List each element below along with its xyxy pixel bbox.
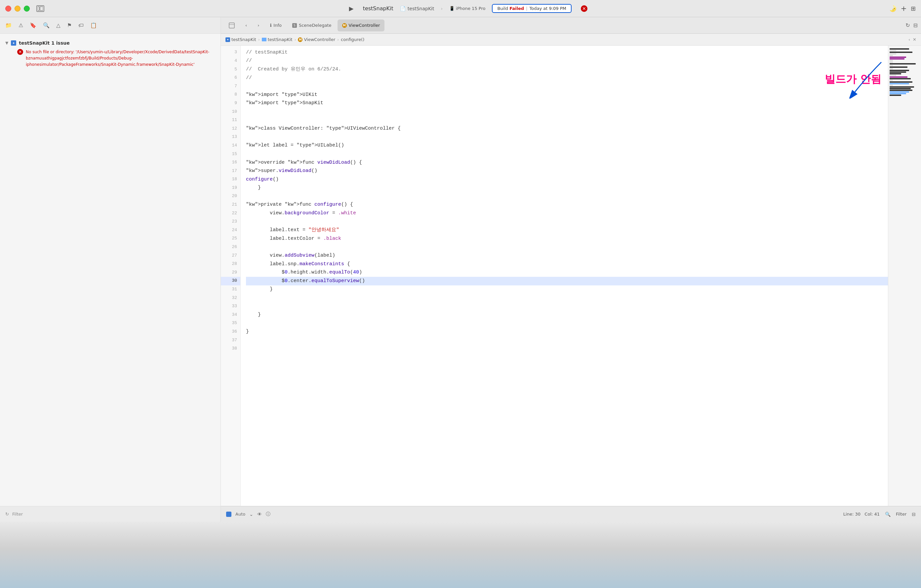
bc-nav-next[interactable]: ✕ <box>913 37 916 42</box>
maximize-button[interactable] <box>24 6 30 11</box>
code-line-17: "kw">super.viewDidLoad() <box>246 167 888 175</box>
project-icon: ✦ <box>11 40 16 46</box>
refresh-icon[interactable]: ↻ <box>905 22 910 28</box>
code-line-15 <box>246 150 888 158</box>
sidebar-filter-icon: ↻ <box>5 511 9 516</box>
code-line-36: } <box>246 328 888 336</box>
code-line-22: view.backgroundColor = .white <box>246 209 888 218</box>
filter-icon[interactable]: 🔍 <box>885 511 890 517</box>
line-number-37: 37 <box>221 336 240 345</box>
bc-folder[interactable]: testSnapKit <box>262 37 293 42</box>
statusbar: Auto ⌄ 👁 ⓘ Line: 30 Col: 41 🔍 Filter ⊟ <box>221 506 921 522</box>
line-number-28: 28 <box>221 260 240 269</box>
appearance-icon[interactable]: 🌛 <box>889 5 897 12</box>
issue-item[interactable]: ✕ No such file or directory: '/Users/yum… <box>14 47 215 70</box>
status-dot <box>226 511 231 517</box>
expand-arrow[interactable]: ▼ <box>5 41 8 45</box>
tab-info[interactable]: ℹ Info <box>265 20 286 31</box>
alert-triangle-icon[interactable]: △ <box>56 22 60 28</box>
line-number-36: 36 <box>221 328 240 336</box>
tab-view-controller[interactable]: M ViewController <box>337 20 385 31</box>
error-badge: ✕ <box>17 49 23 55</box>
line-number-22: 22 <box>221 209 240 218</box>
line-number-17: 17 <box>221 167 240 175</box>
warning-icon[interactable]: ⚠ <box>18 22 23 28</box>
line-number-11: 11 <box>221 116 240 125</box>
layout-icon[interactable]: ⊟ <box>913 22 918 28</box>
code-line-14: "kw">let label = "type">UILabel() <box>246 142 888 150</box>
tab-bar-project: 📄 testSnapKit <box>400 6 434 11</box>
sidebar-filter-label: Filter <box>12 511 23 516</box>
bc-nav-prev[interactable]: ‹ <box>908 37 910 42</box>
bottom-area <box>0 522 921 588</box>
issue-text: No such file or directory: '/Users/yumin… <box>26 49 215 68</box>
code-content[interactable]: // testSnapKit//// Created by 유민우 on 6/2… <box>241 46 888 506</box>
add-tab-button[interactable]: + <box>900 4 906 13</box>
bc-file-label: ViewController <box>304 37 335 42</box>
line-number-16: 16 <box>221 158 240 167</box>
status-chevron[interactable]: ⌄ <box>249 511 253 517</box>
tab-back[interactable]: ‹ <box>241 20 252 31</box>
tab-scene-delegate[interactable]: S SceneDelegate <box>288 20 336 31</box>
line-number-20: 20 <box>221 192 240 201</box>
code-line-19: } <box>246 184 888 192</box>
code-line-34: } <box>246 311 888 319</box>
code-line-7 <box>246 82 888 91</box>
issue-group: ▼ ✦ testSnapKit 1 issue ✕ No such file o… <box>0 37 221 72</box>
code-line-18: configure() <box>246 175 888 184</box>
split-view-icon[interactable]: ⊞ <box>911 5 916 12</box>
info-tab-label: Info <box>273 23 282 28</box>
line-number-25: 25 <box>221 235 240 243</box>
vc-tab-label: ViewController <box>349 23 380 28</box>
line-number-13: 13 <box>221 133 240 142</box>
code-line-30: $0.center.equalToSuperview() <box>246 277 888 285</box>
line-col-status: Line: 30 Col: 41 <box>843 511 880 516</box>
layout-toggle-icon[interactable]: ⊟ <box>912 511 916 517</box>
svg-rect-1 <box>40 7 43 11</box>
sidebar: 📁 ⚠ 🔖 🔍 △ ⚑ 🏷 📋 ▼ ✦ testSnapKit 1 issue <box>0 17 221 522</box>
search-icon[interactable]: 🔍 <box>43 22 50 28</box>
code-line-26 <box>246 243 888 252</box>
traffic-lights <box>5 6 30 11</box>
line-number-21: 21 <box>221 201 240 209</box>
line-number-24: 24 <box>221 226 240 235</box>
code-line-32 <box>246 294 888 302</box>
minimap <box>888 46 921 506</box>
code-line-6: // <box>246 74 888 82</box>
bc-method-label: configure() <box>341 37 364 42</box>
build-time: Today at 9:09 PM <box>530 6 566 11</box>
sidebar-toggle[interactable] <box>36 5 44 12</box>
tab-forward[interactable]: › <box>253 20 264 31</box>
line-number-6: 6 <box>221 74 240 82</box>
minimize-button[interactable] <box>15 6 21 11</box>
bc-file[interactable]: M ViewController <box>298 37 335 42</box>
code-line-12: "kw">class ViewController: "type">UIView… <box>246 124 888 133</box>
tab-navigator[interactable] <box>224 20 239 31</box>
device-name: iPhone 15 Pro <box>456 6 485 11</box>
line-number-30: 30 <box>221 277 240 285</box>
tag-icon[interactable]: 🏷 <box>78 22 84 28</box>
code-line-9: "kw">import "type">SnapKit <box>246 99 888 108</box>
svg-rect-0 <box>38 7 39 11</box>
line-number-7: 7 <box>221 82 240 91</box>
info-icon[interactable]: ⓘ <box>266 511 270 517</box>
run-button[interactable]: ▶ <box>347 4 356 13</box>
code-editor[interactable]: 3456789101112131415161718192021222324252… <box>221 46 921 506</box>
bc-method[interactable]: configure() <box>341 37 364 42</box>
encoding-label[interactable]: Auto <box>235 511 245 516</box>
status-right: Line: 30 Col: 41 🔍 Filter ⊟ <box>843 511 916 517</box>
line-number-23: 23 <box>221 218 240 226</box>
line-number-33: 33 <box>221 302 240 311</box>
notes-icon[interactable]: 📋 <box>90 22 97 28</box>
bookmark-icon[interactable]: 🔖 <box>30 22 36 28</box>
bc-project[interactable]: ✦ testSnapKit <box>225 37 256 42</box>
line-number-15: 15 <box>221 150 240 158</box>
build-status-badge[interactable]: Build Failed | Today at 9:09 PM <box>492 4 571 13</box>
close-button[interactable] <box>5 6 11 11</box>
folder-icon[interactable]: 📁 <box>5 22 12 28</box>
line-number-31: 31 <box>221 285 240 294</box>
eye-icon[interactable]: 👁 <box>257 511 262 517</box>
flag-icon[interactable]: ⚑ <box>67 22 72 28</box>
bc-project-label: testSnapKit <box>231 37 256 42</box>
line-number-27: 27 <box>221 251 240 260</box>
